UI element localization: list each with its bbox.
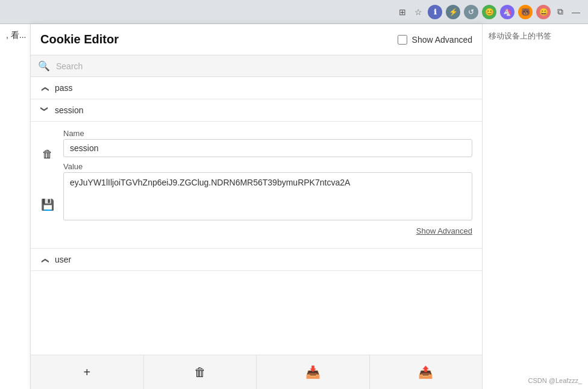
save-cookie-icon[interactable]: 💾 [40, 198, 55, 212]
avatar-orange[interactable]: 🐻 [518, 5, 533, 19]
show-advanced-header[interactable]: Show Advanced [398, 35, 472, 45]
undo-icon[interactable]: ↺ [464, 5, 478, 19]
import-icon: 📥 [305, 365, 321, 379]
value-textarea[interactable]: eyJuYW1lIljoiTGVhZnp6eiJ9.ZGClug.NDRN6MR… [63, 172, 472, 220]
panel-header: Cookie Editor Show Advanced [31, 24, 482, 55]
avatar-red[interactable]: 😄 [536, 5, 551, 19]
chevron-user: ❯ [40, 255, 49, 264]
extension-panel: Cookie Editor Show Advanced 🔍 ❯ pass ❯ s… [30, 24, 482, 389]
import-button[interactable]: 📥 [257, 355, 370, 389]
value-label: Value [63, 162, 472, 171]
avatar-green[interactable]: 😊 [482, 5, 496, 19]
add-icon: + [83, 366, 90, 379]
cookie-fields-container: 🗑 💾 Name Value eyJuYW1lIljoiTGVhZnp6eiJ9… [31, 122, 482, 248]
name-field-group: Name [63, 129, 472, 157]
page-text: , 看... [6, 30, 26, 41]
show-advanced-link-container: Show Advanced [63, 223, 472, 241]
chevron-pass: ❯ [40, 84, 49, 92]
export-icon: 📤 [418, 365, 433, 379]
show-advanced-checkbox[interactable] [398, 35, 407, 45]
grid-icon[interactable]: ⊞ [396, 6, 408, 18]
cookie-name-user: user [55, 255, 71, 264]
name-input[interactable] [63, 139, 472, 157]
cookie-expanded-header-session[interactable]: ❯ session [31, 99, 482, 122]
avatar-purple[interactable]: 🦄 [500, 5, 514, 19]
add-cookie-button[interactable]: + [31, 355, 144, 389]
browser-chrome: ⊞ ☆ ℹ ⚡ ↺ 😊 🦄 🐻 😄 ⧉ — [0, 0, 588, 24]
cookie-row-pass[interactable]: ❯ pass [31, 77, 482, 99]
bookmark-icon[interactable]: ☆ [412, 6, 424, 18]
cookie-expanded-session: ❯ session 🗑 💾 Name [31, 99, 482, 249]
cookie-row-user[interactable]: ❯ user [31, 249, 482, 271]
export-button[interactable]: 📤 [370, 355, 483, 389]
show-advanced-header-label: Show Advanced [412, 35, 472, 45]
main-area: , 看... Cookie Editor Show Advanced 🔍 ❯ p… [0, 24, 588, 389]
window-icon[interactable]: ⧉ [554, 6, 566, 18]
cookie-name-pass: pass [55, 83, 73, 93]
watermark: CSDN @Leafzzz_ [528, 377, 582, 384]
plug-icon[interactable]: ⚡ [446, 5, 460, 19]
right-area-text: 移动设备上的书签 [489, 31, 551, 40]
delete-cookie-icon[interactable]: 🗑 [40, 147, 55, 161]
chevron-session: ❯ [40, 106, 49, 114]
cookie-action-icons: 🗑 💾 [40, 129, 55, 241]
name-label: Name [63, 129, 472, 138]
search-bar: 🔍 [31, 55, 482, 77]
panel-title: Cookie Editor [40, 33, 119, 46]
search-icon: 🔍 [38, 60, 50, 72]
delete-all-button[interactable]: 🗑 [144, 355, 257, 389]
cookie-fields: Name Value eyJuYW1lIljoiTGVhZnp6eiJ9.ZGC… [63, 129, 472, 241]
value-field-group: Value eyJuYW1lIljoiTGVhZnp6eiJ9.ZGClug.N… [63, 162, 472, 241]
minimize-icon[interactable]: — [570, 6, 582, 18]
info-icon[interactable]: ℹ [428, 5, 442, 19]
search-input[interactable] [56, 61, 475, 71]
right-area: 移动设备上的书签 [482, 24, 588, 389]
delete-icon: 🗑 [194, 366, 206, 379]
cookie-list: ❯ pass ❯ session 🗑 💾 [31, 77, 482, 355]
show-advanced-link[interactable]: Show Advanced [416, 226, 472, 235]
cookie-name-session: session [55, 105, 83, 115]
bottom-toolbar: + 🗑 📥 📤 [31, 355, 482, 389]
